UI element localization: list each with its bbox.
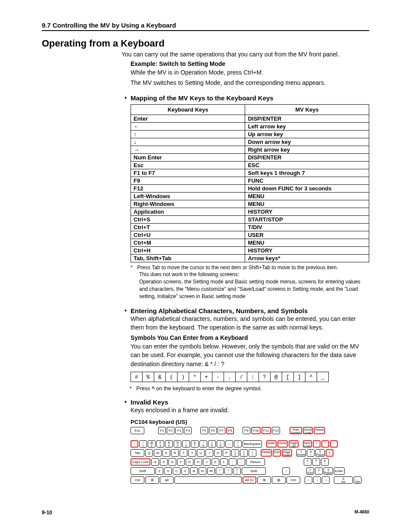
keyboard-key-cell: Num Enter (131, 153, 245, 161)
keyboard-key: U (197, 449, 205, 457)
keyboard-key: _- (225, 440, 233, 448)
keyboard-key-cell: Tab, Shift+Tab (131, 254, 245, 262)
keyboard-key: Delete (261, 449, 272, 457)
keyboard-key: K (212, 458, 219, 466)
keyboard-key: {[ (231, 449, 239, 457)
invalid-heading: Invalid Keys (131, 398, 168, 406)
keyboard-key: 5 (312, 458, 320, 466)
symbol-cell: % (142, 372, 154, 382)
keyboard-key-cell: F1 to F7 (131, 169, 245, 177)
keyboard-key-cell: Ctrl+U (131, 231, 245, 239)
keyboard-key: F4 (184, 427, 192, 434)
keyboard-key: Y (188, 449, 196, 457)
keyboard-key: ?/ (233, 467, 241, 475)
keyboard-key: O (214, 449, 222, 457)
keyboard-key: Alt Gr (243, 476, 256, 484)
keyboard-key (174, 476, 242, 484)
keyboard-key: &7 (191, 440, 199, 448)
keyboard-key: !1 (139, 440, 147, 448)
page-number: 9-10 (42, 510, 52, 516)
keyboard-key: ⊞ (145, 476, 159, 484)
mv-key-cell: MENU (245, 200, 369, 208)
mv-key-cell: T/DIV (245, 223, 369, 231)
keyboard-key: F11 (262, 427, 271, 434)
symbol-cell: & (154, 372, 166, 382)
keyboard-key: A (151, 458, 159, 466)
keyboard-key: C (173, 467, 181, 475)
mapping-footnote3: Operation screens, the Setting mode and … (139, 278, 369, 300)
symbols-heading: Symbols You Can Enter from a Keyboard (131, 334, 369, 341)
keyboard-key: 8↑ (307, 449, 314, 457)
keyboard-key: M (207, 467, 215, 475)
keyboard-key: V (181, 467, 189, 475)
keyboard-key: G (186, 458, 193, 466)
invalid-body: Keys enclosed in a frame are invalid. (131, 406, 369, 414)
keyboard-key: F10 (251, 427, 261, 434)
keyboard-key: >. (224, 467, 232, 475)
keyboard-key: Shift (242, 467, 266, 475)
mv-key-cell: FUNC (245, 177, 369, 184)
symbol-cell: @ (270, 372, 282, 382)
keyboard-key-cell: Esc (131, 161, 245, 169)
mv-key-cell: DISP/ENTER (245, 153, 369, 161)
keyboard-key: ↓ (313, 476, 321, 484)
keyboard-key: I (206, 449, 213, 457)
keyboard-key: )0 (217, 440, 224, 448)
keyboard-key: Enter (334, 467, 345, 475)
keyboard-key: %5 (174, 440, 181, 448)
keyboard-key-cell: Ctrl+H (131, 246, 245, 254)
keyboard-key: :; (229, 458, 237, 466)
keyboard-key: J (203, 458, 211, 466)
bullet-icon: • (125, 94, 131, 102)
keyboard-key: * (321, 440, 329, 448)
keyboard-key: Pause (314, 427, 325, 434)
keyboard-key: Insert (266, 440, 277, 448)
keyboard-key: Ctrl (286, 476, 300, 484)
mv-key-cell: Hold down FUNC for 3 seconds (245, 184, 369, 192)
keyboard-key: Shift (131, 467, 155, 475)
keyboard-key: - (330, 440, 338, 448)
keyboard-key-cell: Left-Windows (131, 192, 245, 200)
keyboard-key: F2 (167, 427, 174, 434)
keyboard-key-cell: F12 (131, 184, 245, 192)
keyboard-key: L (220, 458, 228, 466)
mv-key-cell: Right arrow key (245, 146, 369, 153)
symbol-cell: ^ (305, 372, 317, 382)
keyboard-key: NumLock (303, 440, 312, 448)
symbols-body: You can enter the symbols below. However… (131, 342, 369, 368)
keyboard-key: <, (216, 467, 224, 475)
keyboard-key: E (162, 449, 170, 457)
keyboard-key: P (223, 449, 230, 457)
bullet-icon: • (125, 307, 131, 314)
mv-key-cell: MENU (245, 239, 369, 246)
keyboard-key: F7 (218, 427, 225, 434)
keyboard-key-cell: Ctrl+S (131, 215, 245, 223)
keyboard-key: ~` (131, 440, 138, 448)
doc-code: M-4660 (355, 510, 369, 516)
example-line1: While the MV is in Operation Mode, press… (131, 68, 369, 77)
mapping-heading: Mapping of the MV Keys to the Keyboard K… (131, 94, 274, 102)
symbol-cell: [ (282, 372, 294, 382)
keyboard-key-cell: Ctrl+M (131, 239, 245, 246)
example-heading: Example: Switch to Setting Mode (131, 60, 369, 67)
keyboard-key: 3PgDn (324, 467, 333, 475)
keyboard-key: F (177, 458, 185, 466)
keyboard-key: F9 (243, 427, 250, 434)
mapping-table: Keyboard Keys MV Keys EnterDISP/ENTER←Le… (131, 104, 369, 262)
mv-key-cell: Left arrow key (245, 122, 369, 130)
symbol-cell: * (189, 372, 201, 382)
keyboard-key-cell: F9 (131, 177, 245, 184)
mv-key-cell: USER (245, 231, 369, 239)
mapping-footnote: * Press Tab to move the cursor to the ne… (131, 264, 369, 271)
keyboard-key-cell: ↑ (131, 130, 245, 138)
keyboard-key: 9PgUp (315, 449, 325, 457)
bullet-icon: • (125, 398, 131, 406)
mapping-footnote2: This does not work in the following scre… (139, 271, 369, 278)
keyboard-diagram: EscF1F2F3F4F5F6F7F8F9F10F11F12PrintScree… (131, 427, 369, 484)
keyboard-key: R (171, 449, 179, 457)
section-header: 9.7 Controlling the MV by Using a Keyboa… (42, 22, 369, 31)
keyboard-key-cell: Enter (131, 115, 245, 122)
keyboard-key: Z (156, 467, 163, 475)
keyboard-key-cell: Application (131, 208, 245, 215)
symbol-cell: / (235, 372, 247, 382)
